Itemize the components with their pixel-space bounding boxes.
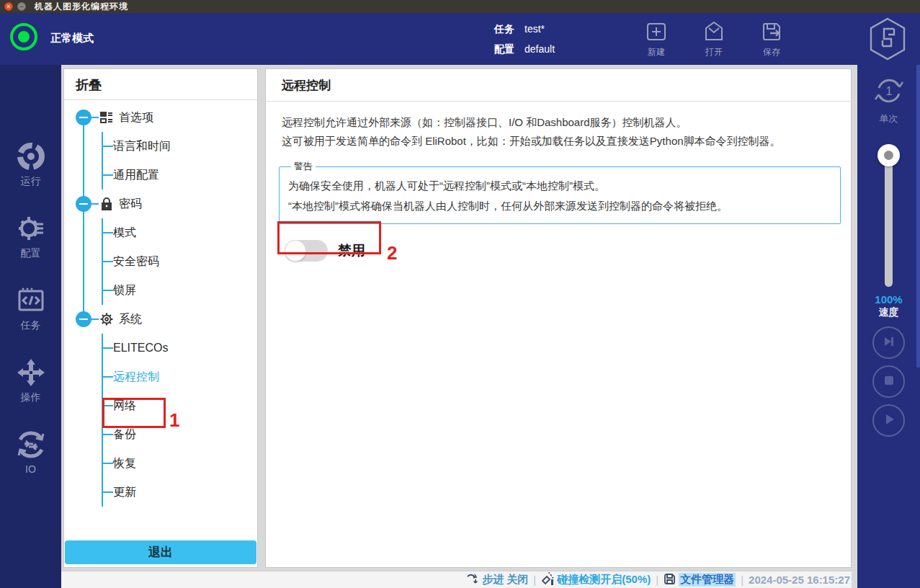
tree-item-elitecos[interactable]: ELITECOs	[103, 334, 257, 362]
sidebar-item-label: IO	[0, 463, 61, 475]
sidebar-item-label: 运行	[0, 175, 61, 188]
tree-group-system: 系统 ELITECOs 远程控制 网络 备份 恢复 更新	[64, 305, 257, 507]
settings-tree-panel: 折叠 首选项 语言和时间 通用配置	[63, 68, 258, 568]
tree-item-network[interactable]: 网络	[103, 391, 257, 420]
collapse-minus-icon[interactable]	[76, 196, 91, 212]
save-task-button[interactable]: 保存	[746, 19, 797, 58]
mode-label: 正常模式	[50, 32, 94, 45]
gear-list-icon	[0, 212, 61, 245]
sidebar-item-label: 任务	[0, 319, 61, 332]
sidebar-item-run[interactable]: 运行	[0, 140, 61, 188]
tree-item-update[interactable]: 更新	[103, 478, 257, 507]
tree-group-password: 密码 模式 安全密码 锁屏	[64, 190, 257, 305]
task-value: test*	[524, 19, 545, 39]
tree-item-safety-password[interactable]: 安全密码	[103, 247, 257, 276]
collision-detection-status[interactable]: 碰撞检测开启(50%)	[541, 572, 651, 587]
timestamp: 2024-05-25 16:15:27	[749, 574, 850, 586]
sidebar-item-config[interactable]: 配置	[0, 212, 61, 260]
tree-item-backup[interactable]: 备份	[103, 420, 257, 449]
tree-item-lock-screen[interactable]: 锁屏	[103, 276, 257, 305]
tree-item-system[interactable]: 系统	[64, 305, 257, 334]
status-bar: 步进 关闭 | 碰撞检测开启(50%) | 文件管理器 | 2024-05-25…	[61, 571, 852, 588]
sidebar-item-label: 操作	[0, 391, 61, 404]
tree-item-language-time[interactable]: 语言和时间	[103, 132, 257, 161]
tree-item-label: 备份	[113, 427, 136, 442]
tree-item-preferences[interactable]: 首选项	[64, 103, 257, 132]
single-cycle-button[interactable]: 1 单次	[857, 74, 920, 125]
collapse-minus-icon[interactable]	[76, 110, 91, 125]
file-manager-text: 文件管理器	[679, 573, 736, 587]
io-exchange-icon	[0, 428, 61, 461]
step-forward-button[interactable]	[872, 326, 905, 359]
window-title: 机器人图形化编程环境	[35, 1, 128, 13]
tree-item-restore[interactable]: 恢复	[103, 449, 257, 478]
sidebar-item-operate[interactable]: 操作	[0, 356, 61, 404]
tree-item-label: 首选项	[119, 110, 153, 125]
speed-slider-track[interactable]	[885, 153, 893, 287]
tree-item-general-config[interactable]: 通用配置	[103, 161, 257, 190]
config-value: default	[524, 39, 555, 59]
config-label: 配置	[494, 39, 514, 59]
slider-knob-dot	[884, 151, 893, 160]
warning-legend: 警告	[291, 160, 316, 173]
toggle-state-label: 禁用	[338, 241, 365, 260]
sidebar-item-io[interactable]: IO	[0, 428, 61, 475]
tree-connector	[91, 318, 99, 320]
sidebar-item-task[interactable]: 任务	[0, 284, 61, 332]
remote-control-toggle-row: 禁用	[285, 240, 851, 262]
separator: |	[533, 574, 536, 586]
tree-root-line	[83, 117, 84, 320]
speed-label: 速度	[857, 306, 920, 319]
exit-button[interactable]: 退出	[65, 540, 256, 564]
tree-item-label: 安全密码	[113, 254, 159, 270]
tree-item-remote-control[interactable]: 远程控制	[103, 362, 257, 391]
save-icon	[746, 19, 797, 45]
warning-box: 警告 为确保安全使用，机器人可处于“远程控制”模式或“本地控制”模式。 “本地控…	[279, 160, 841, 224]
sidebar-item-label: 配置	[0, 247, 61, 260]
tree-item-label: 密码	[119, 197, 142, 212]
code-window-icon	[0, 284, 61, 317]
tree-item-label: 系统	[119, 312, 142, 327]
play-icon	[882, 412, 896, 429]
tree-item-label: 通用配置	[113, 168, 159, 183]
play-button[interactable]	[872, 404, 905, 437]
file-manager-button[interactable]: 文件管理器	[664, 573, 736, 587]
open-task-label: 打开	[689, 46, 739, 58]
step-mode-status[interactable]: 步进 关闭	[466, 573, 528, 587]
tree-item-label: 恢复	[113, 456, 136, 471]
new-task-label: 新建	[631, 46, 682, 58]
remote-control-panel: 远程控制 远程控制允许通过外部来源（如：控制器接口、I/O 和Dashboard…	[265, 68, 852, 568]
page-title: 远程控制	[266, 69, 851, 101]
system-gear-icon	[99, 311, 115, 327]
save-task-label: 保存	[746, 46, 797, 58]
new-task-button[interactable]: 新建	[631, 19, 682, 58]
divider	[266, 101, 851, 102]
preferences-icon	[99, 110, 115, 125]
tree-item-mode[interactable]: 模式	[103, 218, 257, 247]
tree-connector	[91, 203, 99, 205]
task-label: 任务	[494, 19, 514, 39]
tree-item-label: 锁屏	[113, 283, 136, 298]
lock-icon	[99, 196, 115, 212]
left-nav-sidebar: 运行 配置 任务	[0, 65, 61, 588]
open-task-button[interactable]: 打开	[689, 19, 739, 58]
robot-status-indicator-icon	[10, 23, 37, 50]
window-minimize-button[interactable]: –	[17, 2, 26, 11]
separator: |	[656, 574, 658, 586]
tree-item-password[interactable]: 密码	[64, 190, 257, 218]
run-control-sidebar: 1 单次 100% 速度	[857, 65, 920, 588]
window-title-bar: × – 机器人图形化编程环境	[0, 0, 920, 13]
warning-line-2: “本地控制”模式将确保当机器人由人控制时，任何从外部来源发送到控制器的命令将被拒…	[288, 196, 831, 216]
description-line-1: 远程控制允许通过外部来源（如：控制器接口、I/O 和Dashboard服务）控制…	[282, 113, 835, 132]
app-header: 正常模式 任务 test* 配置 default 新建 打开	[0, 13, 920, 65]
speed-slider-knob[interactable]	[877, 144, 900, 166]
collision-icon	[541, 572, 554, 587]
toggle-knob[interactable]	[285, 240, 306, 262]
window-close-button[interactable]: ×	[4, 2, 13, 11]
collapse-header[interactable]: 折叠	[64, 69, 257, 99]
speed-value: 100%	[857, 293, 920, 306]
stop-button[interactable]	[872, 365, 905, 398]
remote-control-toggle[interactable]	[285, 240, 328, 262]
new-file-icon	[631, 19, 682, 45]
collapse-minus-icon[interactable]	[76, 311, 91, 327]
